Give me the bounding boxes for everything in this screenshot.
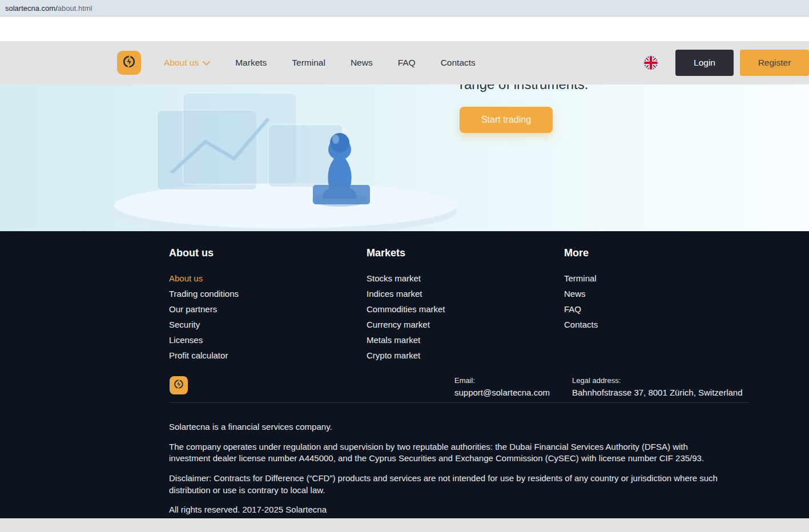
- footer-column-markets: Markets Stocks market Indices market Com…: [367, 247, 445, 363]
- hero-3d-illustration: [97, 84, 462, 231]
- nav-item-label: Markets: [235, 58, 267, 68]
- bottom-strip: [0, 518, 809, 532]
- disclaimer-text: Disclaimer: Contracts for Difference (“C…: [169, 473, 728, 496]
- footer-link-news[interactable]: News: [564, 286, 598, 301]
- footer-legal-text: Solartecna is a financial services compa…: [169, 421, 728, 524]
- nav-item-about-us[interactable]: About us: [164, 58, 210, 68]
- footer-link-faq[interactable]: FAQ: [564, 301, 598, 317]
- footer-link-indices-market[interactable]: Indices market: [367, 286, 445, 301]
- nav-right-controls: Login Register: [643, 50, 809, 76]
- nav-item-news[interactable]: News: [351, 58, 373, 68]
- register-button[interactable]: Register: [740, 50, 809, 76]
- footer-email-block: Email: support@solartecna.com: [454, 376, 550, 398]
- hero-section: range of instruments. Start trading: [0, 84, 809, 231]
- footer-link-crypto-market[interactable]: Crypto market: [367, 348, 445, 363]
- footer-link-terminal[interactable]: Terminal: [564, 271, 598, 286]
- footer-column-more: More Terminal News FAQ Contacts: [564, 247, 598, 332]
- uk-flag-icon[interactable]: [643, 55, 658, 70]
- footer-heading: More: [564, 247, 598, 259]
- address-value: Bahnhofstrasse 37, 8001 Zürich, Switzerl…: [572, 388, 743, 398]
- footer-divider: [169, 402, 749, 403]
- start-trading-button[interactable]: Start trading: [460, 107, 553, 133]
- footer-link-our-partners[interactable]: Our partners: [169, 301, 239, 317]
- site-logo[interactable]: [117, 51, 141, 75]
- footer-link-security[interactable]: Security: [169, 317, 239, 332]
- footer-heading: Markets: [367, 247, 445, 259]
- page: solartecna.com/about.html About us Marke…: [0, 0, 809, 532]
- footer-link-about-us[interactable]: About us: [169, 271, 239, 286]
- footer-link-trading-conditions[interactable]: Trading conditions: [169, 286, 239, 301]
- footer-column-about: About us About us Trading conditions Our…: [169, 247, 239, 363]
- nav-item-label: Terminal: [292, 58, 325, 68]
- nav-item-label: News: [351, 58, 373, 68]
- nav-item-label: About us: [164, 58, 199, 68]
- address-label: Legal address:: [572, 376, 743, 386]
- nav-item-label: FAQ: [398, 58, 416, 68]
- nav-item-markets[interactable]: Markets: [235, 58, 267, 68]
- nav-item-label: Contacts: [441, 58, 476, 68]
- footer-link-profit-calculator[interactable]: Profit calculator: [169, 348, 239, 363]
- hero-heading: range of instruments.: [460, 84, 588, 92]
- email-value[interactable]: support@solartecna.com: [454, 388, 550, 398]
- bolt-icon: [122, 54, 136, 71]
- footer-heading: About us: [169, 247, 239, 259]
- url-path: about.html: [58, 4, 92, 13]
- url-host: solartecna.com/: [5, 4, 58, 13]
- footer-link-currency-market[interactable]: Currency market: [367, 317, 445, 332]
- top-navigation: About us Markets Terminal News FAQ Conta…: [0, 41, 809, 84]
- chevron-down-icon: [203, 58, 210, 68]
- nav-item-terminal[interactable]: Terminal: [292, 58, 325, 68]
- footer-link-stocks-market[interactable]: Stocks market: [367, 271, 445, 286]
- email-label: Email:: [454, 376, 550, 386]
- footer: About us About us Trading conditions Our…: [0, 231, 809, 518]
- footer-link-contacts[interactable]: Contacts: [564, 317, 598, 332]
- footer-link-metals-market[interactable]: Metals market: [367, 332, 445, 348]
- nav-menu: About us Markets Terminal News FAQ Conta…: [164, 58, 476, 68]
- bolt-icon: [173, 378, 184, 392]
- footer-address-block: Legal address: Bahnhofstrasse 37, 8001 Z…: [572, 376, 743, 398]
- browser-url-bar[interactable]: solartecna.com/about.html: [0, 0, 809, 17]
- company-description: Solartecna is a financial services compa…: [169, 421, 728, 433]
- regulation-text: The company operates under regulation an…: [169, 441, 728, 465]
- copyright-text: All rights reserved. 2017-2025 Solartecn…: [169, 504, 728, 516]
- footer-link-commodities-market[interactable]: Commodities market: [367, 301, 445, 317]
- footer-link-licenses[interactable]: Licenses: [169, 332, 239, 348]
- login-button[interactable]: Login: [675, 50, 734, 76]
- nav-item-faq[interactable]: FAQ: [398, 58, 416, 68]
- footer-logo[interactable]: [170, 376, 188, 394]
- nav-item-contacts[interactable]: Contacts: [441, 58, 476, 68]
